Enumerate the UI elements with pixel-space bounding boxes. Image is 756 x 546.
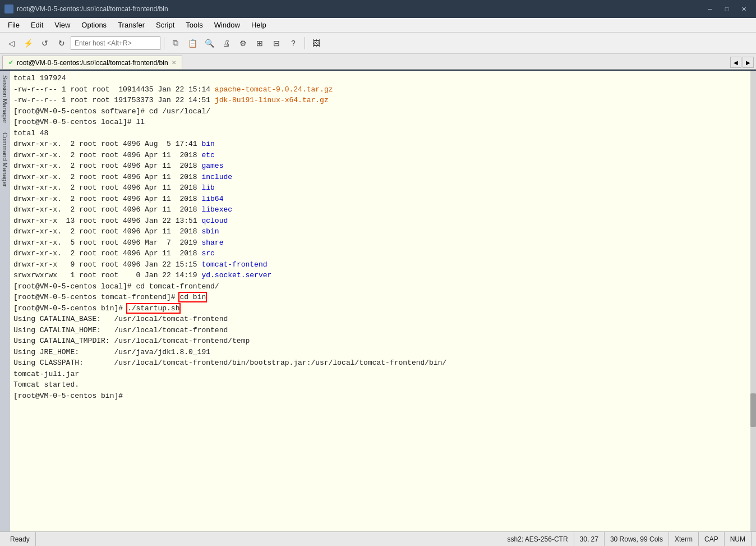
status-size: 30 Rows, 99 Cols [605,532,669,546]
tb-refresh1[interactable]: ↺ [37,35,53,51]
status-position: 30, 27 [574,532,605,546]
tb-screenshot[interactable]: 🖼 [308,35,324,51]
menu-item-script[interactable]: Script [150,20,180,30]
toolbar: ◁ ⚡ ↺ ↻ ⧉ 📋 🔍 🖨 ⚙ ⊞ ⊟ ? 🖼 [0,33,756,54]
tb-lightning[interactable]: ⚡ [20,35,36,51]
tb-arrow-left[interactable]: ◁ [3,35,19,51]
menu-item-options[interactable]: Options [76,20,112,30]
maximize-button[interactable]: □ [719,3,735,15]
menu-item-file[interactable]: File [2,20,25,30]
app-icon [4,4,13,13]
tab-nav: ◀ ▶ [730,57,754,69]
tb-copy[interactable]: ⧉ [168,35,183,51]
window-controls: ─ □ ✕ [702,3,752,15]
host-input[interactable] [71,36,160,50]
window-title: root@VM-0-5-centos:/usr/local/tomcat-fro… [17,5,699,13]
statusbar: Ready ssh2: AES-256-CTR 30, 27 30 Rows, … [0,531,756,546]
tab-close-icon[interactable]: ✕ [172,59,176,66]
menubar: FileEditViewOptionsTransferScriptToolsWi… [0,18,756,33]
menu-item-window[interactable]: Window [209,20,246,30]
tb-settings[interactable]: ⚙ [235,35,251,51]
status-xterm: Xterm [669,532,699,546]
tb-refresh2[interactable]: ↻ [54,35,70,51]
command-manager-label[interactable]: Command Manager [1,128,10,191]
tb-search[interactable]: 🔍 [201,35,217,51]
status-ssh: ssh2: AES-256-CTR [502,532,574,546]
session-tab[interactable]: ✔ root@VM-0-5-centos:/usr/local/tomcat-f… [2,56,182,69]
tb-window[interactable]: ⊞ [252,35,268,51]
status-ready: Ready [4,532,36,546]
menu-item-view[interactable]: View [49,20,76,30]
menu-item-transfer[interactable]: Transfer [112,20,150,30]
menu-item-help[interactable]: Help [246,20,272,30]
tabbar: ✔ root@VM-0-5-centos:/usr/local/tomcat-f… [0,54,756,70]
tb-filter[interactable]: ⊟ [269,35,284,51]
tab-prev-button[interactable]: ◀ [730,57,741,68]
terminal[interactable]: total 197924 -rw-r--r-- 1 root root 1091… [10,71,750,531]
tb-help[interactable]: ? [285,35,301,51]
tb-paste[interactable]: 📋 [185,35,200,51]
minimize-button[interactable]: ─ [702,3,718,15]
close-button[interactable]: ✕ [736,3,752,15]
tb-print[interactable]: 🖨 [218,35,234,51]
left-panel: Session Manager Command Manager [0,71,10,531]
menu-item-tools[interactable]: Tools [180,20,208,30]
tab-check-icon: ✔ [8,59,13,66]
vertical-scrollbar[interactable] [750,71,756,531]
scrollbar-thumb[interactable] [750,393,756,427]
toolbar-sep-2 [305,37,305,49]
status-num: NUM [725,532,752,546]
tab-next-button[interactable]: ▶ [743,57,754,68]
menu-item-edit[interactable]: Edit [25,20,49,30]
terminal-content: total 197924 -rw-r--r-- 1 root root 1091… [13,73,747,401]
status-cap: CAP [699,532,725,546]
tab-label: root@VM-0-5-centos:/usr/local/tomcat-fro… [17,59,168,67]
session-manager-label[interactable]: Session Manager [1,71,10,128]
titlebar: root@VM-0-5-centos:/usr/local/tomcat-fro… [0,0,756,18]
toolbar-sep-1 [164,37,164,49]
